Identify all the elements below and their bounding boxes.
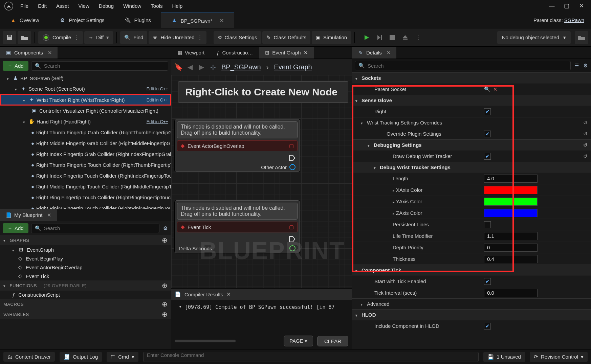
my-blueprint-tab[interactable]: 📘 My Blueprint ✕ (0, 209, 57, 221)
console-input[interactable] (143, 352, 479, 362)
number-input[interactable]: 0.0 (484, 289, 538, 297)
stop-button[interactable] (387, 32, 398, 43)
eject-button[interactable] (399, 32, 411, 43)
step-button[interactable] (374, 32, 385, 43)
reset-icon[interactable]: ↺ (583, 120, 588, 126)
clear-button[interactable]: CLEAR (317, 336, 348, 346)
add-blueprint-button[interactable]: ＋Add (3, 223, 28, 233)
checkbox[interactable] (484, 221, 491, 228)
reset-icon[interactable]: ↺ (583, 153, 588, 159)
checkbox[interactable]: ✔ (484, 108, 491, 115)
edit-cpp-link[interactable]: Edit in C++ (147, 86, 168, 91)
event-beginplay[interactable]: ◇Event BeginPlay (0, 254, 171, 263)
checkbox[interactable]: ✔ (484, 278, 491, 285)
crumb-graph[interactable]: Event Graph (274, 63, 312, 71)
component-row[interactable]: ●Right Thumb Fingertip Touch Collider (R… (0, 159, 171, 170)
menu-view[interactable]: View (74, 3, 94, 9)
add-component-button[interactable]: ＋Add (3, 61, 28, 71)
component-row[interactable]: ●Right Middle Fingertip Touch Collider (… (0, 181, 171, 192)
window-close-button[interactable]: ✕ (574, 2, 589, 9)
add-icon[interactable]: ⊕ (162, 310, 168, 318)
menu-window[interactable]: Window (118, 3, 146, 9)
add-icon[interactable]: ⊕ (162, 281, 168, 290)
save-button[interactable] (3, 31, 16, 44)
close-icon[interactable]: ✕ (387, 50, 391, 56)
tab-plugins[interactable]: 🔌 Plugins (115, 12, 161, 28)
locate-button[interactable] (575, 31, 588, 44)
edit-cpp-link[interactable]: Edit in C++ (147, 97, 168, 103)
bookmark-icon[interactable]: 🔖 (175, 64, 181, 70)
diff-button[interactable]: ↔ Diff ▾ (84, 31, 113, 44)
node-actorbeginoverlap[interactable]: This node is disabled and will not be ca… (175, 119, 300, 172)
cat-component-tick[interactable]: Component Tick (352, 265, 591, 275)
checkbox[interactable]: ✔ (484, 153, 491, 160)
filter-icon[interactable]: ☰ (573, 63, 579, 69)
play-button[interactable] (361, 32, 372, 43)
dropdown-icon[interactable]: ⋮ (74, 35, 79, 41)
tab-project-settings[interactable]: ⚙ Project Settings (49, 12, 115, 28)
history-back-icon[interactable]: ◀ (187, 64, 193, 70)
tab-bp-sgpawn[interactable]: ♟ BP_SGPawn* ✕ (161, 12, 234, 28)
component-row[interactable]: ✋Hand Right (HandRight)Edit in C++ (0, 116, 171, 127)
simulation-button[interactable]: ▣ Simulation (312, 31, 351, 44)
compile-button[interactable]: Compile ⋮ (38, 31, 83, 44)
cat-dwts[interactable]: Debug Wrist Tracker Settings (352, 162, 591, 173)
component-row[interactable]: ✦Scene Root (SceneRoot)Edit in C++ (0, 84, 171, 94)
tab-event-graph[interactable]: ⊞Event Graph✕ (259, 47, 314, 59)
tab-viewport[interactable]: ▦Viewport (171, 47, 211, 59)
unsaved-button[interactable]: 💾1 Unsaved (483, 352, 525, 362)
cat-hlod[interactable]: HLOD (352, 309, 591, 320)
component-row[interactable]: ●Right Index Fingertip Grab Collider (Ri… (0, 149, 171, 159)
component-row[interactable]: ●Right Middle Fingertip Grab Collider (R… (0, 138, 171, 149)
revision-control-button[interactable]: ⟳Revision Control ▾ (530, 352, 588, 362)
page-button[interactable]: PAGE ▾ (284, 336, 313, 346)
number-input[interactable]: 0.4 (484, 255, 538, 263)
details-search-input[interactable] (368, 63, 567, 69)
play-options-button[interactable]: ⋮ (412, 32, 424, 43)
component-row[interactable]: ▣Controller Visualizer Right (Controller… (0, 105, 171, 116)
components-search[interactable]: 🔍 (31, 61, 168, 71)
color-input[interactable] (484, 209, 538, 217)
tab-construction[interactable]: ƒConstructio… (211, 47, 259, 59)
menu-debug[interactable]: Debug (94, 3, 118, 9)
section-graphs[interactable]: GRAPHS⊕ (0, 235, 171, 245)
component-row[interactable]: ♟BP_SGPawn (Self) (0, 73, 171, 84)
close-icon[interactable]: ✕ (226, 291, 231, 297)
debug-object-select[interactable]: No debug object selected ▾ (497, 31, 571, 44)
component-row[interactable]: ●Right Ring Fingertip Touch Collider (Ri… (0, 192, 171, 203)
socket-browse-icon[interactable]: 🔍 (484, 86, 490, 92)
details-search[interactable]: 🔍 (355, 61, 571, 70)
cat-tick-advanced[interactable]: Advanced (352, 298, 591, 309)
cat-debugging-settings[interactable]: Debugging Settings↺ (352, 139, 591, 150)
graph-canvas[interactable]: Right-Click to Create New Node This node… (171, 75, 352, 288)
class-defaults-button[interactable]: ✎ Class Defaults (262, 31, 310, 44)
output-log-button[interactable]: 🧾Output Log (60, 352, 102, 362)
object-pin-icon[interactable] (289, 164, 296, 170)
settings-icon[interactable]: ⚙ (582, 63, 588, 69)
window-maximize-button[interactable]: ▢ (559, 2, 574, 9)
dropdown-icon[interactable]: ⋮ (197, 35, 202, 41)
close-icon[interactable]: ✕ (304, 50, 308, 56)
checkbox[interactable]: ✔ (484, 323, 491, 329)
hide-unrelated-button[interactable]: 👁 Hide Unrelated ⋮ (149, 31, 206, 44)
menu-tools[interactable]: Tools (146, 3, 167, 9)
menu-asset[interactable]: Asset (51, 3, 74, 9)
section-variables[interactable]: VARIABLES⊕ (0, 309, 171, 319)
blueprint-search-input[interactable] (44, 225, 156, 231)
settings-icon[interactable]: ⚙ (162, 225, 168, 231)
component-row[interactable]: ●Right Pinky Fingertip Touch Collider (R… (0, 203, 171, 209)
cat-senseglove[interactable]: Sense Glove (352, 95, 591, 106)
components-tab[interactable]: ▣ Components ✕ (0, 47, 58, 59)
tab-close-button[interactable]: ✕ (220, 18, 224, 24)
component-row[interactable]: ●Right Index Fingertip Touch Collider (R… (0, 170, 171, 181)
class-settings-button[interactable]: ⚙ Class Settings (214, 31, 261, 44)
window-minimize-button[interactable]: — (544, 3, 559, 9)
event-actorbeginoverlap[interactable]: ◇Event ActorBeginOverlap (0, 263, 171, 272)
section-functions[interactable]: FUNCTIONS (29 OVERRIDABLE)⊕ (0, 280, 171, 291)
menu-file[interactable]: File (16, 3, 33, 9)
number-input[interactable]: 4.0 (484, 175, 538, 183)
clear-icon[interactable]: ✕ (492, 86, 498, 92)
edit-cpp-link[interactable]: Edit in C++ (147, 119, 168, 124)
cmd-button[interactable]: ⬚Cmd ▾ (107, 352, 138, 362)
hierarchy-icon[interactable]: ⊹ (210, 64, 216, 70)
